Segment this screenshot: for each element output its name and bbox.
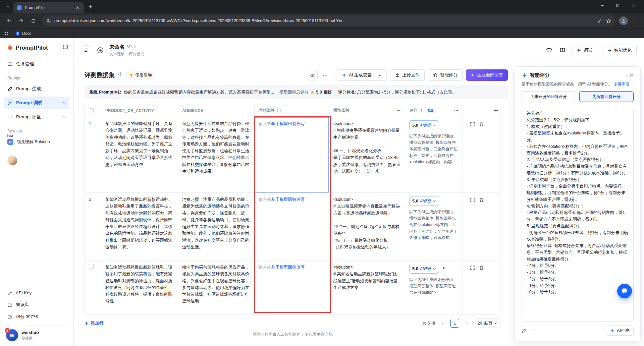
column-header-ideal[interactable]: 理想回答 — [259, 108, 275, 113]
sidebar-item-prompt-batch[interactable]: Prompt 批量 — [4, 111, 69, 123]
sidebar-item-vision-solution[interactable]: beta 视觉理解 Solution — [4, 135, 69, 148]
task-title-block: 未命名 V1 文本理解 评分模式 — [109, 44, 144, 57]
delete-row-icon[interactable] — [479, 197, 484, 257]
scoring-criteria-editor[interactable]: 评分标准: 总分范围为1 - 5分，评分规则如下: 1. 格式（占比重要）: -… — [522, 106, 634, 322]
profile-avatar[interactable] — [7, 156, 17, 166]
cell-model-answer[interactable]: <solution> # 企业短视频营销内容批量生产解决方案（某运动品牌新款运动… — [333, 196, 401, 250]
hide-columns-button[interactable] — [307, 70, 318, 80]
rewrite-from-model-link[interactable]: 基于模型回答改写 — [271, 265, 305, 270]
new-tab-button[interactable] — [86, 2, 95, 11]
back-button[interactable] — [4, 16, 14, 26]
score-dropdown[interactable]: 5.0 AI评分 — [409, 120, 439, 130]
cell-model-answer[interactable]: <solution> # 某知名运动品牌新款篮球鞋及“挑战灌篮王”活动短视频营销… — [333, 264, 401, 291]
upload-file-button[interactable]: 上传文件 — [390, 69, 425, 81]
forward-button[interactable] — [16, 16, 26, 26]
reload-button[interactable] — [28, 16, 38, 26]
score-column-menu-icon[interactable]: ⋯ — [454, 108, 459, 113]
delete-row-icon[interactable] — [479, 122, 484, 189]
cell-ideal-answer[interactable]: 输入或基于模型回答改写 — [255, 261, 329, 314]
rewrite-from-model-link[interactable]: 基于模型回答改写 — [271, 121, 305, 126]
debug-button[interactable]: 调试 — [572, 45, 597, 56]
page-number-button[interactable]: 1 — [450, 319, 459, 328]
rescore-play-button[interactable] — [442, 265, 446, 272]
ai-generate-criteria-button[interactable]: AI生成 — [606, 326, 634, 336]
cell-ideal-answer[interactable]: 输入或基于模型回答改写 — [255, 193, 329, 261]
add-column-icon[interactable] — [494, 108, 498, 113]
rewrite-from-model-link[interactable]: 基于模型回答改写 — [271, 197, 305, 202]
column-header-product[interactable]: PRODUCT_OR_ACTIVITY — [105, 108, 154, 113]
sidebar-item-label: Prompt 调试 — [16, 100, 42, 106]
prev-page-button[interactable] — [438, 319, 447, 328]
generate-all-button[interactable]: 生成全部回答 — [466, 69, 508, 81]
smart-score-button[interactable]: 智能评分 — [428, 69, 463, 81]
score-unscored-tab[interactable]: 为未评分的回答评分 — [522, 91, 576, 102]
browser-tab[interactable]: PromptPilot — [13, 2, 84, 13]
table-more-button[interactable]: ⋯ — [321, 72, 330, 78]
page-size-select[interactable]: 20 条/页 — [475, 319, 500, 328]
dataset-info-icon[interactable] — [118, 72, 123, 78]
sidebar-item-task-management[interactable]: 任务管理 — [4, 58, 69, 70]
manual-link[interactable]: 使用手册 — [613, 82, 629, 86]
sidebar-item-knowledge-base[interactable]: 知识库 — [4, 299, 69, 311]
next-page-button[interactable] — [463, 319, 471, 328]
ai-generate-variables-button[interactable]: AI 生成变量 — [337, 69, 387, 81]
select-all-checkbox[interactable] — [89, 108, 94, 113]
feedback-heart-icon[interactable] — [545, 46, 553, 55]
column-header-score[interactable]: 评分 — [409, 108, 417, 113]
chevron-down-icon — [62, 115, 66, 120]
expand-row-icon[interactable] — [470, 265, 475, 311]
panel-close-icon[interactable] — [630, 72, 634, 78]
sidebar-item-prompt-debug[interactable]: Prompt 调试 — [4, 97, 69, 109]
new-task-button[interactable] — [95, 45, 105, 55]
bookmark-star-icon[interactable] — [606, 18, 611, 23]
browser-menu-icon[interactable] — [630, 16, 640, 26]
window-close-button[interactable] — [625, 0, 641, 11]
row-checkbox[interactable] — [89, 264, 94, 269]
score-dropdown[interactable]: 5.0 AI评分 — [409, 196, 439, 206]
cell-product[interactable]: 某知名运动品牌推出新款篮球鞋，该鞋采用了最新的缓震科技，能有效减轻运动时对脚部的… — [105, 264, 174, 305]
url-bar[interactable]: promptpilot.volcengine.com/workbench/ta-… — [42, 15, 615, 26]
sidebar-item-api-key[interactable]: API Key — [4, 287, 69, 299]
model-column-menu-icon[interactable]: ⋯ — [396, 108, 401, 113]
column-header-model[interactable]: 模型回答 — [333, 108, 350, 113]
column-header-audience[interactable]: AUDIENCE — [182, 108, 203, 113]
cell-product[interactable]: 某品牌新推出的智能健身手环，具备心率监测、运动轨迹记录、睡眠监测等多种功能。该手… — [105, 120, 174, 168]
bookmark-docs[interactable]: Docs — [13, 31, 33, 37]
cell-audience[interactable]: 消费习惯上注重产品的品质和功能，愿意为优质的运动装备支付较高的价格。兴趣爱好广泛… — [182, 196, 250, 250]
system-prompt-banner[interactable]: 系统 Prompt/V1: 你的任务是生成企业短视频营销内容批量生产解决方案。该… — [85, 85, 508, 99]
manual-book-icon[interactable] — [558, 46, 567, 55]
password-key-icon[interactable] — [597, 18, 602, 23]
sidebar-item-credits[interactable]: 积分 39776 — [4, 311, 69, 323]
cell-audience[interactable]: 愿意为提升生活质量的产品付费。他们热衷于运动，如跑步、健身、游泳等，对科技产品也… — [182, 120, 250, 175]
chat-fab[interactable] — [617, 284, 632, 298]
browser-profile-avatar[interactable] — [619, 16, 628, 25]
cell-product[interactable]: 某知名运动品牌推出的新款运动鞋。这款运动鞋采用了最新的缓震科技，能有效减轻运动时… — [105, 196, 174, 250]
cell-model-answer[interactable]: <solution> # 智能健身手环短视频营销内容批量生产解决方案 ## 一、… — [333, 120, 401, 175]
cell-audience[interactable]: 倾向于购买与篮球相关的优质产品，愿意为高品质的篮球装备支付较高价格。兴趣爱好集中… — [182, 264, 250, 305]
cell-ideal-answer[interactable]: 输入或基于模型回答改写 — [255, 117, 329, 193]
chevron-down-icon — [6, 5, 10, 9]
sidebar-collapse-icon[interactable] — [63, 44, 68, 51]
smart-optimize-button[interactable]: 智能优化 — [602, 45, 637, 56]
page-title: 评测数据集 — [85, 71, 115, 79]
version-selector[interactable]: V1 — [127, 45, 137, 49]
add-row-button[interactable]: 添加行 — [85, 320, 104, 326]
tab-close-icon[interactable] — [74, 5, 80, 11]
apps-grid-icon[interactable] — [4, 31, 9, 36]
window-maximize-button[interactable] — [610, 0, 625, 11]
sidebar-section-prompt: Prompt — [7, 76, 69, 80]
expand-row-icon[interactable] — [470, 122, 475, 189]
add-row-label: 添加行 — [91, 320, 104, 326]
expand-row-icon[interactable] — [470, 197, 475, 257]
score-dropdown[interactable]: 5.0 AI评分 — [409, 264, 439, 274]
tab-search-button[interactable] — [3, 2, 13, 11]
score-all-tab[interactable]: 为所有回答评分 — [579, 91, 634, 102]
user-menu[interactable]: W 8 weishuo 标准版 — [4, 326, 69, 341]
window-minimize-button[interactable] — [594, 0, 610, 11]
edit-criteria-icon[interactable] — [522, 328, 527, 333]
sidebar-item-prompt-generate[interactable]: Prompt 生成 — [4, 82, 69, 95]
panel-more-icon[interactable]: ⋯ — [531, 328, 537, 334]
menu-button[interactable] — [81, 45, 91, 55]
delete-row-icon[interactable] — [479, 265, 484, 311]
usage-guide-link[interactable]: 使用引导 — [126, 71, 155, 79]
